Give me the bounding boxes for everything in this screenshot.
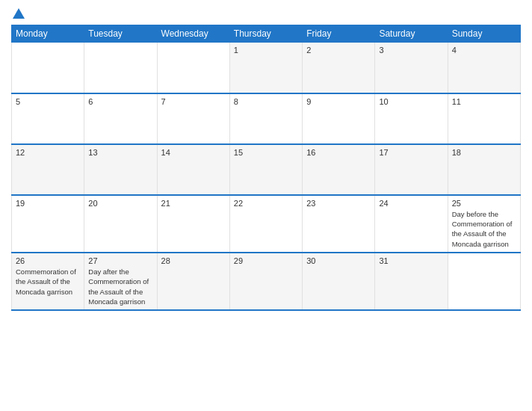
day-number: 13	[88, 148, 152, 157]
calendar-week-row: 567891011	[12, 93, 521, 144]
calendar-cell: 16	[303, 144, 375, 195]
event-label: Commemoration of the Assault of the Monc…	[16, 268, 76, 296]
day-number: 31	[379, 256, 443, 265]
calendar-cell: 26Commemoration of the Assault of the Mo…	[12, 253, 84, 310]
weekday-header: Tuesday	[84, 25, 157, 43]
day-number: 17	[379, 148, 443, 157]
calendar-week-row: 26Commemoration of the Assault of the Mo…	[12, 253, 521, 310]
day-number: 3	[379, 46, 443, 55]
calendar-cell: 14	[157, 144, 229, 195]
calendar-cell: 2	[303, 43, 375, 93]
calendar-cell: 7	[157, 93, 229, 144]
day-number: 6	[88, 97, 152, 106]
calendar-cell: 10	[375, 93, 448, 144]
calendar-page: MondayTuesdayWednesdayThursdayFridaySatu…	[0, 0, 532, 411]
day-number: 15	[234, 148, 298, 157]
calendar-week-row: 1234	[12, 43, 521, 93]
day-number: 24	[379, 199, 443, 208]
calendar-cell: 28	[157, 253, 229, 310]
calendar-week-row: 19202122232425Day before the Commemorati…	[12, 195, 521, 253]
calendar-cell: 13	[84, 144, 157, 195]
day-number: 28	[161, 256, 226, 265]
weekday-header: Thursday	[229, 25, 302, 43]
calendar-cell: 17	[375, 144, 448, 195]
calendar-cell: 20	[84, 195, 157, 253]
day-number: 8	[234, 97, 298, 106]
logo	[11, 7, 25, 19]
day-number: 4	[452, 46, 516, 55]
day-number: 23	[306, 199, 371, 208]
calendar-cell: 24	[375, 195, 448, 253]
calendar-cell: 5	[12, 93, 84, 144]
calendar-cell: 23	[303, 195, 375, 253]
calendar-cell	[84, 43, 157, 93]
calendar-cell: 6	[84, 93, 157, 144]
day-number: 19	[16, 199, 80, 208]
day-number: 22	[234, 199, 298, 208]
calendar-cell: 18	[448, 144, 520, 195]
calendar-cell: 1	[229, 43, 302, 93]
day-number: 20	[88, 199, 152, 208]
calendar-cell: 21	[157, 195, 229, 253]
day-number: 9	[306, 97, 371, 106]
calendar-cell: 4	[448, 43, 520, 93]
logo-triangle-icon	[13, 8, 25, 19]
day-number: 2	[306, 46, 371, 55]
event-label: Day after the Commemoration of the Assau…	[88, 268, 149, 306]
day-number: 21	[161, 199, 226, 208]
weekday-header: Sunday	[448, 25, 520, 43]
calendar-cell: 8	[229, 93, 302, 144]
calendar-body: 1234567891011121314151617181920212223242…	[12, 43, 521, 311]
day-number: 1	[234, 46, 298, 55]
weekday-header: Friday	[303, 25, 375, 43]
day-number: 18	[452, 148, 516, 157]
calendar-cell: 9	[303, 93, 375, 144]
day-number: 27	[88, 256, 152, 265]
calendar-cell	[157, 43, 229, 93]
weekday-header: Saturday	[375, 25, 448, 43]
calendar-cell: 15	[229, 144, 302, 195]
day-number: 7	[161, 97, 226, 106]
calendar-cell	[12, 43, 84, 93]
calendar-table: MondayTuesdayWednesdayThursdayFridaySatu…	[11, 25, 521, 311]
calendar-cell: 27Day after the Commemoration of the Ass…	[84, 253, 157, 310]
calendar-header-row: MondayTuesdayWednesdayThursdayFridaySatu…	[12, 25, 521, 43]
calendar-cell: 22	[229, 195, 302, 253]
day-number: 26	[16, 256, 80, 265]
day-number: 14	[161, 148, 226, 157]
calendar-header	[11, 7, 521, 19]
event-label: Day before the Commemoration of the Assa…	[452, 210, 513, 248]
weekday-header: Monday	[12, 25, 84, 43]
day-number: 11	[452, 97, 516, 106]
calendar-cell: 19	[12, 195, 84, 253]
calendar-cell: 29	[229, 253, 302, 310]
calendar-cell: 12	[12, 144, 84, 195]
calendar-cell: 31	[375, 253, 448, 310]
calendar-cell: 11	[448, 93, 520, 144]
day-number: 16	[306, 148, 371, 157]
calendar-week-row: 12131415161718	[12, 144, 521, 195]
day-number: 5	[16, 97, 80, 106]
day-number: 12	[16, 148, 80, 157]
calendar-cell	[448, 253, 520, 310]
calendar-cell: 3	[375, 43, 448, 93]
calendar-cell: 30	[303, 253, 375, 310]
weekday-header: Wednesday	[157, 25, 229, 43]
day-number: 29	[234, 256, 298, 265]
day-number: 25	[452, 199, 516, 208]
day-number: 10	[379, 97, 443, 106]
day-number: 30	[306, 256, 371, 265]
calendar-cell: 25Day before the Commemoration of the As…	[448, 195, 520, 253]
